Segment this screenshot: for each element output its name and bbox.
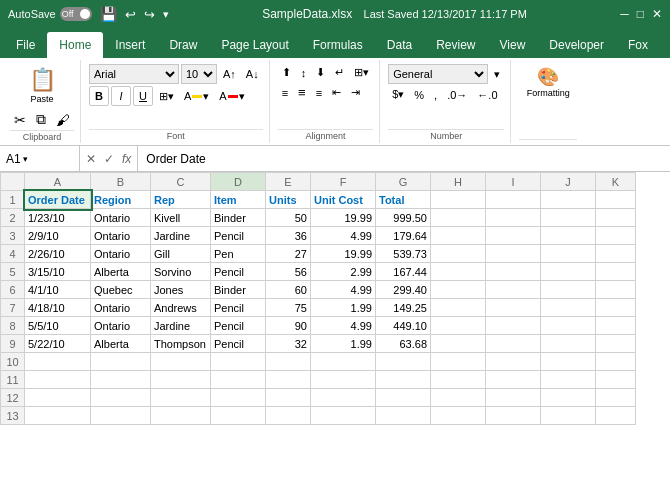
copy-button[interactable]: ⧉: [32, 109, 50, 130]
cell-E10[interactable]: [266, 353, 311, 371]
tab-fox[interactable]: Fox: [616, 32, 660, 58]
cell-B9[interactable]: Alberta: [91, 335, 151, 353]
cell-F10[interactable]: [311, 353, 376, 371]
increase-indent-button[interactable]: ⇥: [347, 83, 364, 102]
cell-B11[interactable]: [91, 371, 151, 389]
col-header-E[interactable]: E: [266, 173, 311, 191]
more-icon[interactable]: ▾: [163, 8, 169, 21]
tab-insert[interactable]: Insert: [103, 32, 157, 58]
cell-C7[interactable]: Andrews: [151, 299, 211, 317]
cell-G11[interactable]: [376, 371, 431, 389]
cell-K10[interactable]: [596, 353, 636, 371]
row-header-7[interactable]: 7: [1, 299, 25, 317]
cell-A9[interactable]: 5/22/10: [25, 335, 91, 353]
font-name-select[interactable]: Arial: [89, 64, 179, 84]
autosave-toggle[interactable]: Off: [60, 7, 92, 21]
cell-G3[interactable]: 179.64: [376, 227, 431, 245]
cell-C3[interactable]: Jardine: [151, 227, 211, 245]
paste-button[interactable]: 📋 Paste: [22, 64, 63, 107]
merge-button[interactable]: ⊞▾: [350, 64, 373, 81]
cell-D7[interactable]: Pencil: [211, 299, 266, 317]
cell-A12[interactable]: [25, 389, 91, 407]
cell-G8[interactable]: 449.10: [376, 317, 431, 335]
cell-A13[interactable]: [25, 407, 91, 425]
cell-D1[interactable]: Item: [211, 191, 266, 209]
cell-I11[interactable]: [486, 371, 541, 389]
cell-G13[interactable]: [376, 407, 431, 425]
cell-F2[interactable]: 19.99: [311, 209, 376, 227]
cell-D3[interactable]: Pencil: [211, 227, 266, 245]
cell-F7[interactable]: 1.99: [311, 299, 376, 317]
cell-E1[interactable]: Units: [266, 191, 311, 209]
cell-G4[interactable]: 539.73: [376, 245, 431, 263]
cell-H13[interactable]: [431, 407, 486, 425]
cell-F8[interactable]: 4.99: [311, 317, 376, 335]
cell-B13[interactable]: [91, 407, 151, 425]
cell-G1[interactable]: Total: [376, 191, 431, 209]
row-header-3[interactable]: 3: [1, 227, 25, 245]
cell-H2[interactable]: [431, 209, 486, 227]
cell-K4[interactable]: [596, 245, 636, 263]
row-header-4[interactable]: 4: [1, 245, 25, 263]
cell-B1[interactable]: Region: [91, 191, 151, 209]
cancel-formula-icon[interactable]: ✕: [84, 152, 98, 166]
cell-J1[interactable]: [541, 191, 596, 209]
cell-C2[interactable]: Kivell: [151, 209, 211, 227]
close-icon[interactable]: ✕: [652, 7, 662, 21]
cell-G7[interactable]: 149.25: [376, 299, 431, 317]
cell-K5[interactable]: [596, 263, 636, 281]
cell-F6[interactable]: 4.99: [311, 281, 376, 299]
formula-input[interactable]: Order Date: [138, 152, 670, 166]
cell-I10[interactable]: [486, 353, 541, 371]
cell-C6[interactable]: Jones: [151, 281, 211, 299]
cell-I3[interactable]: [486, 227, 541, 245]
cell-H11[interactable]: [431, 371, 486, 389]
col-header-C[interactable]: C: [151, 173, 211, 191]
cell-H12[interactable]: [431, 389, 486, 407]
undo-icon[interactable]: ↩: [125, 7, 136, 22]
cell-D13[interactable]: [211, 407, 266, 425]
cell-I6[interactable]: [486, 281, 541, 299]
cell-A11[interactable]: [25, 371, 91, 389]
font-size-select[interactable]: 10: [181, 64, 217, 84]
cell-J3[interactable]: [541, 227, 596, 245]
tab-home[interactable]: Home: [47, 32, 103, 58]
cell-H8[interactable]: [431, 317, 486, 335]
border-button[interactable]: ⊞▾: [155, 88, 178, 105]
cell-H3[interactable]: [431, 227, 486, 245]
cell-C4[interactable]: Gill: [151, 245, 211, 263]
cell-B2[interactable]: Ontario: [91, 209, 151, 227]
number-format-select[interactable]: General: [388, 64, 488, 84]
cell-H1[interactable]: [431, 191, 486, 209]
cell-B10[interactable]: [91, 353, 151, 371]
decrease-font-button[interactable]: A↓: [242, 66, 263, 82]
row-header-9[interactable]: 9: [1, 335, 25, 353]
col-header-D[interactable]: D: [211, 173, 266, 191]
cell-J11[interactable]: [541, 371, 596, 389]
cell-ref-dropdown[interactable]: ▾: [23, 154, 28, 164]
col-header-G[interactable]: G: [376, 173, 431, 191]
cell-I9[interactable]: [486, 335, 541, 353]
cell-J6[interactable]: [541, 281, 596, 299]
cell-G5[interactable]: 167.44: [376, 263, 431, 281]
decrease-indent-button[interactable]: ⇤: [328, 83, 345, 102]
col-header-K[interactable]: K: [596, 173, 636, 191]
cell-I1[interactable]: [486, 191, 541, 209]
cell-I5[interactable]: [486, 263, 541, 281]
number-format-expand-button[interactable]: ▾: [490, 66, 504, 83]
cell-C1[interactable]: Rep: [151, 191, 211, 209]
cell-A7[interactable]: 4/18/10: [25, 299, 91, 317]
cell-J4[interactable]: [541, 245, 596, 263]
cell-H4[interactable]: [431, 245, 486, 263]
cell-E5[interactable]: 56: [266, 263, 311, 281]
decrease-decimal-button[interactable]: ←.0: [473, 86, 501, 103]
cell-H9[interactable]: [431, 335, 486, 353]
cell-F1[interactable]: Unit Cost: [311, 191, 376, 209]
cell-D6[interactable]: Binder: [211, 281, 266, 299]
cell-I2[interactable]: [486, 209, 541, 227]
cell-I12[interactable]: [486, 389, 541, 407]
cell-D11[interactable]: [211, 371, 266, 389]
cell-F5[interactable]: 2.99: [311, 263, 376, 281]
cell-F4[interactable]: 19.99: [311, 245, 376, 263]
cell-D2[interactable]: Binder: [211, 209, 266, 227]
